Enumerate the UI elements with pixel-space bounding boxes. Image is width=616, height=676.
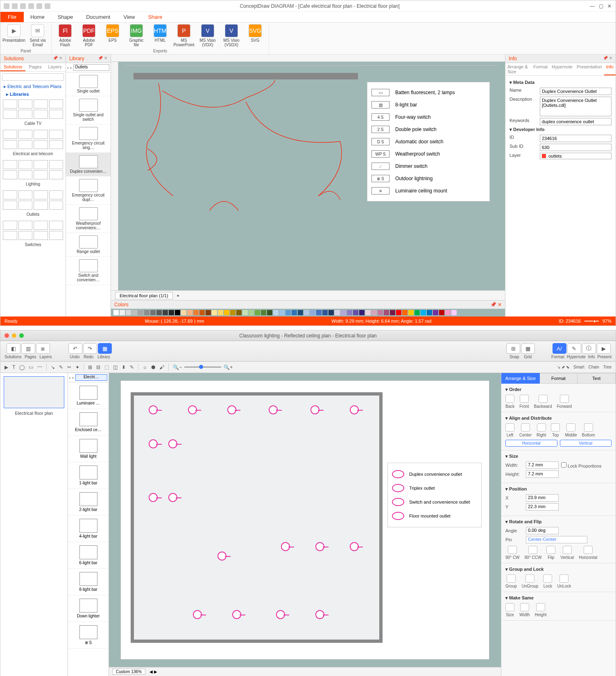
color-swatch[interactable] xyxy=(212,310,217,315)
name-field[interactable]: Duplex Convenience Outlet xyxy=(540,88,611,95)
color-swatch[interactable] xyxy=(249,310,254,315)
color-swatch[interactable] xyxy=(273,310,279,315)
library-shape[interactable] xyxy=(18,170,33,179)
subtab-presentation[interactable]: Presentation xyxy=(575,63,604,75)
color-swatch[interactable] xyxy=(236,310,242,315)
color-swatch[interactable] xyxy=(144,310,149,315)
x-stepper[interactable]: 23.9 mm xyxy=(526,494,559,502)
color-swatch[interactable] xyxy=(378,310,383,315)
color-swatch[interactable] xyxy=(218,310,223,315)
export-vsdx[interactable]: VMS Visio (VSDX) xyxy=(221,24,242,47)
mac-library-nav[interactable]: ‹›Electri… xyxy=(68,373,109,382)
color-swatch[interactable] xyxy=(322,310,328,315)
library-shape[interactable] xyxy=(34,160,48,169)
tab-home[interactable]: Home xyxy=(24,14,51,20)
library-shape[interactable] xyxy=(49,110,63,119)
color-swatch[interactable] xyxy=(120,310,125,315)
align-left[interactable]: Left xyxy=(505,423,514,437)
tab-share[interactable]: Share xyxy=(141,14,169,20)
mac-library-item[interactable]: Wall light xyxy=(68,436,109,462)
subtab-info[interactable]: Info xyxy=(604,63,616,75)
group-ungroup[interactable]: UnGroup xyxy=(522,574,539,588)
subid-field[interactable]: 630 xyxy=(540,144,611,151)
align-top[interactable]: Top xyxy=(551,423,560,437)
export-flash[interactable]: FlAdobe Flash xyxy=(55,24,75,47)
lock-proportions-checkbox[interactable] xyxy=(561,462,566,468)
mac-library-item[interactable]: Enclosed ce… xyxy=(68,409,109,436)
light-fixture-icon[interactable] xyxy=(315,542,324,551)
group-unlock[interactable]: UnLock xyxy=(557,574,571,588)
color-swatch[interactable] xyxy=(169,310,174,315)
description-field[interactable]: Duplex Convenience Outlet [Outlets.cdl] xyxy=(540,97,611,116)
order-back[interactable]: Back xyxy=(505,395,514,409)
light-fixture-icon[interactable] xyxy=(193,610,202,619)
color-swatch[interactable] xyxy=(261,310,266,315)
color-swatch[interactable] xyxy=(279,310,285,315)
color-swatch[interactable] xyxy=(414,310,420,315)
mac-library-item[interactable]: Luminaire … xyxy=(68,382,109,409)
tab-document[interactable]: Document xyxy=(79,14,117,20)
library-shape[interactable] xyxy=(49,201,63,210)
light-fixture-icon[interactable] xyxy=(168,439,177,448)
light-fixture-icon[interactable] xyxy=(281,542,290,551)
same-height[interactable]: Height xyxy=(535,603,547,617)
inspector-tab-format[interactable]: Format xyxy=(540,373,578,384)
color-swatch[interactable] xyxy=(316,310,322,315)
library-shape[interactable] xyxy=(18,201,33,210)
mac-library-item[interactable]: Down lighter xyxy=(68,595,109,622)
angle-stepper[interactable]: 0.00 deg xyxy=(526,527,559,534)
library-shape[interactable] xyxy=(34,221,48,230)
color-swatch[interactable] xyxy=(421,310,426,315)
light-fixture-icon[interactable] xyxy=(350,542,359,551)
same-width[interactable]: Width xyxy=(519,603,530,617)
align-center[interactable]: Center xyxy=(519,423,532,437)
order-backward[interactable]: Backward xyxy=(534,395,552,409)
export-html[interactable]: HTMHTML xyxy=(150,24,170,47)
align-horizontal[interactable]: Horizontal xyxy=(505,440,557,447)
mac-library-item[interactable]: 6-light bar xyxy=(68,542,109,569)
align-middle[interactable]: Middle xyxy=(565,423,577,437)
color-swatch[interactable] xyxy=(396,310,401,315)
library-shape[interactable] xyxy=(3,140,17,149)
color-swatch[interactable] xyxy=(310,310,315,315)
color-swatch[interactable] xyxy=(187,310,192,315)
status-zoom[interactable]: 97% xyxy=(602,319,611,323)
color-swatch[interactable] xyxy=(163,310,168,315)
library-shape[interactable] xyxy=(49,160,63,169)
align-vertical[interactable]: Vertical xyxy=(560,440,612,447)
subtab-pages[interactable]: Pages xyxy=(25,63,45,71)
library-item[interactable]: Single outlet and switch xyxy=(66,96,111,124)
align-bottom[interactable]: Bottom xyxy=(582,423,595,437)
mac-library-item[interactable]: 2-light bar xyxy=(68,489,109,515)
light-fixture-icon[interactable] xyxy=(149,493,158,502)
width-stepper[interactable]: 7.2 mm xyxy=(526,461,559,469)
pin-select[interactable]: Center-Center xyxy=(526,536,587,543)
color-swatch[interactable] xyxy=(384,310,389,315)
light-fixture-icon[interactable] xyxy=(217,552,226,561)
y-stepper[interactable]: 22.3 mm xyxy=(526,503,559,511)
library-shape[interactable] xyxy=(18,231,33,240)
rotate-90-ccw[interactable]: 90° CCW xyxy=(525,546,542,560)
keywords-field[interactable]: duplex convenience outlet xyxy=(540,118,611,125)
color-swatch[interactable] xyxy=(445,310,451,315)
id-field[interactable]: 234616 xyxy=(540,135,611,142)
color-swatch[interactable] xyxy=(126,310,131,315)
color-swatch[interactable] xyxy=(193,310,199,315)
undo-redo-library-group[interactable]: ↶↷▦ UndoRedoLibrary xyxy=(68,343,112,359)
pin-icon[interactable]: 📌 ✕ xyxy=(490,302,502,307)
library-shape[interactable] xyxy=(3,221,17,230)
library-shape[interactable] xyxy=(34,99,48,109)
color-swatch[interactable] xyxy=(132,310,137,315)
order-front[interactable]: Front xyxy=(519,395,529,409)
color-swatch[interactable] xyxy=(175,310,180,315)
library-shape[interactable] xyxy=(49,130,63,139)
inspector-tab-text[interactable]: Text xyxy=(578,373,616,384)
library-shape[interactable] xyxy=(34,190,48,199)
subtab-hypernote[interactable]: Hypernote xyxy=(550,63,575,75)
library-shape[interactable] xyxy=(34,140,48,149)
color-swatch[interactable] xyxy=(298,310,303,315)
library-shape[interactable] xyxy=(18,190,33,199)
color-swatch[interactable] xyxy=(113,310,119,315)
color-swatch[interactable] xyxy=(335,310,340,315)
color-swatch[interactable] xyxy=(408,310,414,315)
